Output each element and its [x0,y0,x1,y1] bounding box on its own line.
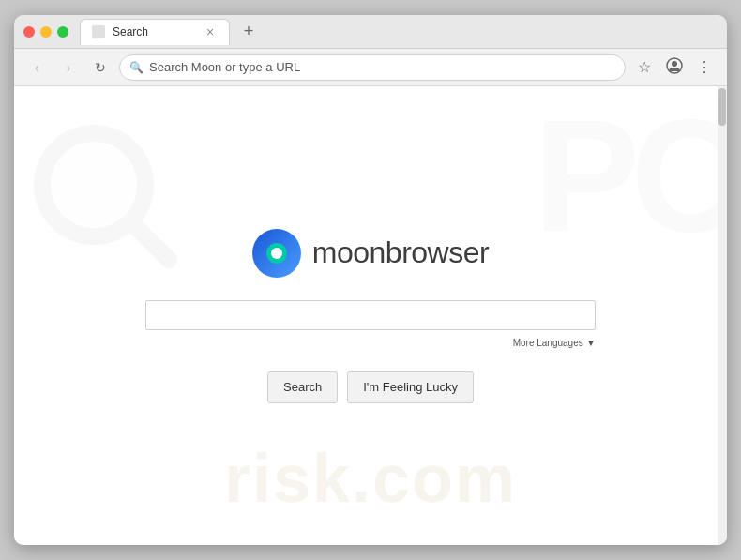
logo-text: moonbrowser [312,235,489,270]
search-address-icon: 🔍 [129,61,144,74]
traffic-lights [23,26,68,38]
refresh-icon: ↻ [95,60,106,75]
profile-icon [666,57,683,78]
nav-right-buttons: ☆ ⋮ [631,54,718,81]
bookmark-button[interactable]: ☆ [631,54,658,81]
risk-watermark: risk.com [224,440,517,517]
more-languages-label: More Languages [513,338,583,348]
back-button[interactable]: ‹ [23,54,50,81]
nav-bar: ‹ › ↻ 🔍 Search Moon or type a URL ☆ [14,49,727,86]
svg-point-1 [672,61,677,67]
search-button[interactable]: Search [267,371,338,403]
browser-window: Search × + ‹ › ↻ 🔍 Search Moon or type a… [14,15,727,545]
new-tab-button[interactable]: + [237,21,260,43]
back-icon: ‹ [35,60,39,75]
title-bar: Search × + [14,15,727,49]
tab-close-button[interactable]: × [203,24,218,39]
menu-button[interactable]: ⋮ [691,54,718,81]
close-button[interactable] [23,26,35,38]
search-box-container: More Languages ▼ [145,300,596,349]
search-buttons: Search I'm Feeling Lucky [267,371,474,403]
address-text: Search Moon or type a URL [149,60,615,74]
bookmark-icon: ☆ [638,58,651,76]
more-languages-link[interactable]: More Languages ▼ [513,336,596,349]
moonbrowser-logo [252,229,301,278]
svg-point-3 [52,143,136,227]
tab-favicon [92,25,105,38]
tab-area: Search × + [80,19,718,45]
refresh-button[interactable]: ↻ [87,54,113,81]
forward-button[interactable]: › [55,54,82,81]
svg-point-7 [271,248,282,259]
lucky-button[interactable]: I'm Feeling Lucky [347,371,474,403]
menu-icon: ⋮ [697,58,712,76]
main-content: moonbrowser More Languages ▼ Search I'm … [14,229,727,403]
profile-button[interactable] [661,54,688,81]
active-tab[interactable]: Search × [80,19,230,45]
search-input[interactable] [145,300,596,330]
logo-area: moonbrowser [252,229,489,278]
forward-icon: › [67,60,71,75]
page-content: PC risk.com moonbro [14,86,727,545]
minimize-button[interactable] [40,26,52,38]
scrollbar-thumb[interactable] [718,88,726,126]
address-bar[interactable]: 🔍 Search Moon or type a URL [119,54,626,81]
svg-point-2 [42,133,145,236]
more-languages-arrow: ▼ [586,338,596,348]
maximize-button[interactable] [57,26,68,38]
tab-title: Search [113,25,148,38]
